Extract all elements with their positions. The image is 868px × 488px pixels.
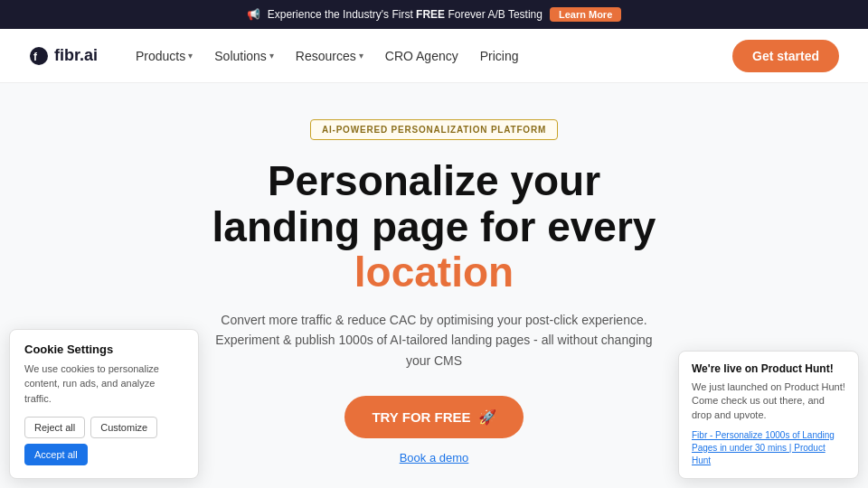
nav-pricing[interactable]: Pricing — [471, 43, 528, 69]
nav-cro-agency[interactable]: CRO Agency — [376, 43, 467, 69]
ph-text: We just launched on Product Hunt! Come c… — [692, 380, 845, 422]
announcement-bar: 📢 Experience the Industry's First FREE F… — [0, 0, 868, 29]
nav-resources[interactable]: Resources ▾ — [287, 43, 373, 69]
ph-link[interactable]: Fibr - Personalize 1000s of Landing Page… — [692, 429, 845, 467]
cookie-buttons: Reject all Customize Accept all — [24, 417, 184, 465]
get-started-button[interactable]: Get started — [732, 40, 839, 72]
announcement-text: Experience the Industry's First FREE For… — [268, 8, 542, 21]
cookie-text: We use cookies to personalize content, r… — [24, 361, 184, 407]
free-text: FREE — [416, 8, 445, 21]
chevron-down-icon: ▾ — [188, 51, 193, 61]
cookie-popup: Cookie Settings We use cookies to person… — [9, 329, 199, 480]
hero-subtitle: Convert more traffic & reduce CAC by opt… — [208, 310, 660, 371]
try-for-free-button[interactable]: TRY FOR FREE 🚀 — [344, 396, 523, 438]
hero-title: Personalize your landing page for every … — [127, 158, 741, 296]
ph-title: We're live on Product Hunt! — [692, 362, 845, 375]
reject-all-button[interactable]: Reject all — [24, 417, 85, 438]
nav-solutions[interactable]: Solutions ▾ — [205, 43, 283, 69]
customize-button[interactable]: Customize — [90, 417, 157, 438]
nav-products[interactable]: Products ▾ — [127, 43, 202, 69]
product-hunt-popup: We're live on Product Hunt! We just laun… — [678, 351, 859, 479]
nav-links: Products ▾ Solutions ▾ Resources ▾ CRO A… — [127, 43, 528, 69]
chevron-down-icon: ▾ — [269, 51, 274, 61]
accept-all-button[interactable]: Accept all — [24, 444, 88, 465]
rocket-icon: 🚀 — [478, 408, 496, 426]
svg-point-0 — [30, 47, 48, 65]
megaphone-icon: 📢 — [247, 8, 260, 21]
hero-title-accent: location — [354, 249, 514, 296]
hero-badge: AI-POWERED PERSONALIZATION PLATFORM — [310, 119, 558, 140]
logo-icon: f — [29, 46, 49, 66]
logo[interactable]: f fibr.ai — [29, 46, 98, 66]
cookie-title: Cookie Settings — [24, 343, 184, 356]
learn-more-button[interactable]: Learn More — [550, 7, 621, 22]
logo-text: fibr.ai — [54, 46, 98, 65]
chevron-down-icon: ▾ — [359, 51, 363, 61]
navbar: f fibr.ai Products ▾ Solutions ▾ Resourc… — [0, 29, 868, 83]
nav-left: f fibr.ai Products ▾ Solutions ▾ Resourc… — [29, 43, 528, 69]
